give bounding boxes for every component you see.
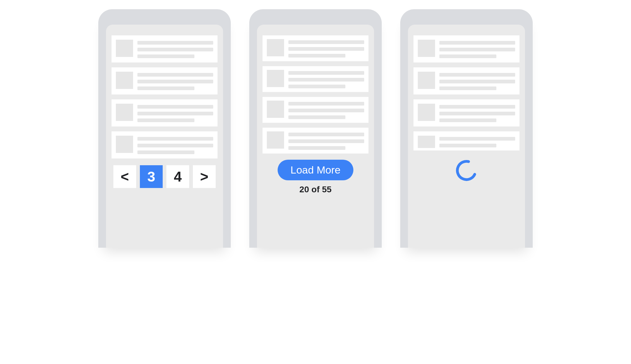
list-item bbox=[112, 67, 218, 94]
text-placeholder bbox=[288, 146, 345, 150]
text-placeholder bbox=[439, 48, 515, 51]
text-placeholder bbox=[439, 54, 496, 58]
device-loadmore: Load More 20 of 55 bbox=[249, 9, 382, 248]
thumb-placeholder bbox=[418, 40, 435, 57]
text-placeholder bbox=[137, 144, 213, 147]
screen-loadmore: Load More 20 of 55 bbox=[257, 25, 374, 248]
text-placeholder bbox=[288, 109, 364, 112]
list-item bbox=[413, 99, 519, 126]
thumb-placeholder bbox=[267, 131, 284, 149]
list-item bbox=[263, 128, 368, 154]
load-more-count: 20 of 55 bbox=[299, 185, 332, 194]
text-placeholder bbox=[288, 139, 364, 143]
thumb-placeholder bbox=[418, 104, 435, 121]
thumb-placeholder bbox=[116, 104, 133, 121]
screen-pagination: < 3 4 > bbox=[106, 25, 223, 248]
thumb-placeholder bbox=[267, 70, 284, 87]
list-item bbox=[413, 35, 519, 62]
list-item bbox=[413, 67, 519, 94]
text-placeholder bbox=[137, 86, 194, 90]
text-placeholder bbox=[288, 102, 364, 106]
text-placeholder bbox=[288, 115, 345, 119]
device-pagination: < 3 4 > bbox=[98, 9, 231, 248]
text-placeholder bbox=[137, 48, 213, 51]
text-placeholder bbox=[439, 137, 515, 141]
pagination-bar: < 3 4 > bbox=[112, 165, 218, 188]
list-item bbox=[112, 99, 218, 126]
text-placeholder bbox=[439, 112, 515, 115]
text-placeholder bbox=[137, 118, 194, 122]
text-placeholder bbox=[137, 54, 194, 58]
thumb-placeholder bbox=[267, 101, 284, 118]
svg-point-0 bbox=[455, 159, 478, 182]
loadmore-section: Load More 20 of 55 bbox=[263, 160, 368, 194]
text-placeholder bbox=[288, 133, 364, 136]
thumb-placeholder bbox=[116, 72, 133, 89]
load-more-button[interactable]: Load More bbox=[278, 160, 354, 180]
text-placeholder bbox=[439, 41, 515, 45]
text-placeholder bbox=[137, 73, 213, 77]
text-placeholder bbox=[439, 118, 496, 122]
screen-infinite bbox=[408, 25, 525, 248]
thumb-placeholder bbox=[418, 136, 435, 148]
text-placeholder bbox=[288, 85, 345, 88]
text-placeholder bbox=[288, 47, 364, 51]
text-placeholder bbox=[288, 78, 364, 82]
page-button[interactable]: 4 bbox=[166, 165, 189, 188]
text-placeholder bbox=[288, 54, 345, 58]
text-placeholder bbox=[439, 86, 496, 90]
thumb-placeholder bbox=[116, 136, 133, 153]
text-placeholder bbox=[439, 73, 515, 77]
text-placeholder bbox=[137, 112, 213, 115]
list-item bbox=[413, 131, 519, 150]
text-placeholder bbox=[439, 80, 515, 83]
thumb-placeholder bbox=[267, 39, 284, 56]
text-placeholder bbox=[137, 150, 194, 154]
thumb-placeholder bbox=[418, 72, 435, 89]
text-placeholder bbox=[137, 105, 213, 109]
device-infinite bbox=[400, 9, 533, 248]
text-placeholder bbox=[137, 41, 213, 45]
list-item bbox=[112, 131, 218, 158]
next-page-button[interactable]: > bbox=[193, 165, 216, 188]
text-placeholder bbox=[137, 137, 213, 141]
text-placeholder bbox=[288, 40, 364, 44]
list-item bbox=[112, 35, 218, 62]
text-placeholder bbox=[137, 80, 213, 83]
loading-indicator bbox=[413, 159, 519, 183]
thumb-placeholder bbox=[116, 40, 133, 57]
list-item bbox=[263, 35, 368, 61]
text-placeholder bbox=[439, 144, 496, 147]
text-placeholder bbox=[439, 105, 515, 109]
text-placeholder bbox=[288, 71, 364, 75]
list-item bbox=[263, 66, 368, 92]
page-button-active[interactable]: 3 bbox=[140, 165, 163, 188]
prev-page-button[interactable]: < bbox=[113, 165, 136, 188]
list-item bbox=[263, 97, 368, 123]
spinner-icon bbox=[455, 159, 478, 183]
